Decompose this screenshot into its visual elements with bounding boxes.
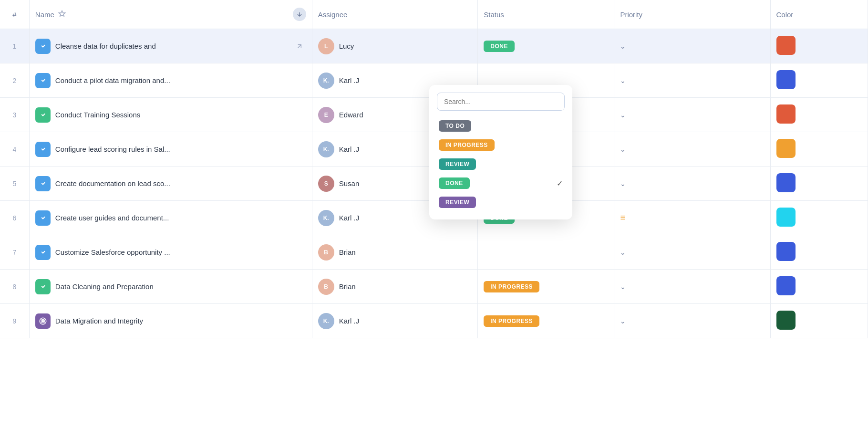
assignee-name: Karl .J [339, 214, 360, 222]
assignee-cell[interactable]: B Brian [312, 235, 478, 270]
priority-chevron-icon[interactable]: ⌄ [620, 317, 626, 325]
dropdown-status-item[interactable]: REVIEW [437, 193, 565, 212]
task-name-cell: Create user guides and document... [29, 201, 312, 235]
pin-icon [58, 10, 66, 19]
col-header-color: Color [770, 0, 868, 29]
svg-rect-5 [40, 112, 46, 118]
priority-cell[interactable]: ⌄ [614, 29, 770, 63]
priority-chevron-icon[interactable]: ⌄ [620, 180, 626, 188]
priority-cell[interactable]: ⌄ [614, 98, 770, 132]
color-swatch[interactable] [776, 311, 796, 330]
task-icon [35, 73, 51, 88]
color-cell[interactable] [770, 29, 868, 63]
avatar: B [318, 279, 334, 295]
table-row[interactable]: 9 Data Migration and Integrity K. Karl .… [0, 304, 868, 338]
avatar: B [318, 244, 334, 261]
assignee-cell[interactable]: B Brian [312, 270, 478, 304]
status-dropdown: TO DO IN PROGRESS REVIEW DONE ✓ REVIEW [429, 85, 572, 219]
priority-cell[interactable]: ⌄ [614, 167, 770, 201]
dropdown-status-item[interactable]: IN PROGRESS [437, 136, 565, 155]
status-cell[interactable]: IN PROGRESS [478, 304, 614, 338]
color-cell[interactable] [770, 63, 868, 98]
task-name-cell: Data Cleaning and Preparation [29, 270, 312, 304]
color-cell[interactable] [770, 201, 868, 235]
task-name-text: Data Migration and Integrity [55, 317, 227, 325]
table-row[interactable]: 8 Data Cleaning and Preparation B Brian … [0, 270, 868, 304]
dropdown-status-badge: TO DO [439, 120, 471, 132]
dropdown-status-badge: REVIEW [439, 158, 476, 170]
svg-rect-3 [40, 77, 46, 84]
task-name-cell: Conduct Training Sessions [29, 98, 312, 132]
color-swatch[interactable] [776, 173, 796, 192]
color-cell[interactable] [770, 304, 868, 338]
status-cell[interactable] [478, 235, 614, 270]
task-name-cell: Customize Salesforce opportunity ... [29, 235, 312, 270]
priority-cell[interactable]: ⌄ [614, 235, 770, 270]
assignee-name: Karl .J [339, 317, 360, 325]
svg-rect-11 [40, 215, 46, 221]
status-cell[interactable]: IN PROGRESS [478, 270, 614, 304]
dropdown-status-item[interactable]: REVIEW [437, 155, 565, 174]
priority-cell[interactable]: ⌄ [614, 132, 770, 167]
color-swatch[interactable] [776, 36, 796, 55]
assignee-name: Karl .J [339, 145, 360, 153]
svg-rect-4 [40, 112, 46, 118]
svg-rect-0 [40, 43, 46, 50]
table-row[interactable]: 1 Cleanse data for duplicates and L Lucy… [0, 29, 868, 63]
row-number: 7 [0, 235, 29, 270]
dropdown-search-input[interactable] [437, 93, 565, 111]
avatar: K. [318, 313, 334, 329]
dropdown-status-badge: IN PROGRESS [439, 139, 495, 151]
priority-cell[interactable]: ≡ [614, 201, 770, 235]
task-icon [35, 210, 51, 226]
task-name-text: Data Cleaning and Preparation [55, 282, 227, 291]
avatar: E [318, 107, 334, 123]
dropdown-status-item[interactable]: TO DO [437, 116, 565, 136]
color-swatch[interactable] [776, 208, 796, 227]
color-cell[interactable] [770, 167, 868, 201]
priority-cell[interactable]: ⌄ [614, 270, 770, 304]
row-number: 8 [0, 270, 29, 304]
priority-chevron-icon[interactable]: ⌄ [620, 146, 626, 153]
priority-chevron-icon[interactable]: ⌄ [620, 249, 626, 256]
priority-chevron-icon[interactable]: ⌄ [620, 77, 626, 84]
table-row[interactable]: 7 Customize Salesforce opportunity ... B… [0, 235, 868, 270]
priority-cell[interactable]: ⌄ [614, 304, 770, 338]
task-name-cell: Cleanse data for duplicates and [29, 29, 312, 63]
status-cell[interactable]: DONE [478, 29, 614, 63]
assignee-cell[interactable]: L Lucy [312, 29, 478, 63]
color-swatch[interactable] [776, 276, 796, 295]
priority-cell[interactable]: ⌄ [614, 63, 770, 98]
priority-chevron-icon[interactable]: ⌄ [620, 283, 626, 291]
task-name-text: Configure lead scoring rules in Sal... [55, 145, 227, 153]
color-swatch[interactable] [776, 139, 796, 158]
priority-chevron-icon[interactable]: ⌄ [620, 42, 626, 50]
assignee-name: Lucy [339, 42, 354, 50]
color-swatch[interactable] [776, 70, 796, 89]
color-cell[interactable] [770, 132, 868, 167]
table-header-row: # Name Assignee [0, 0, 868, 29]
task-name-text: Conduct Training Sessions [55, 111, 227, 119]
color-cell[interactable] [770, 235, 868, 270]
status-badge[interactable]: IN PROGRESS [484, 281, 539, 292]
avatar: K. [318, 210, 334, 226]
status-badge[interactable]: IN PROGRESS [484, 315, 539, 327]
sort-button[interactable] [293, 8, 306, 21]
col-header-priority: Priority [614, 0, 770, 29]
task-icon [35, 245, 51, 260]
svg-rect-13 [40, 249, 46, 256]
color-swatch[interactable] [776, 242, 796, 261]
color-cell[interactable] [770, 270, 868, 304]
task-name-cell: Create documentation on lead sco... [29, 167, 312, 201]
color-cell[interactable] [770, 98, 868, 132]
assignee-cell[interactable]: K. Karl .J [312, 304, 478, 338]
expand-icon[interactable] [293, 40, 306, 53]
color-swatch[interactable] [776, 104, 796, 124]
assignee-name: Edward [339, 111, 363, 119]
dropdown-status-item[interactable]: DONE ✓ [437, 174, 565, 193]
task-icon [35, 176, 51, 191]
task-icon [35, 107, 51, 123]
status-badge[interactable]: DONE [484, 41, 515, 52]
priority-chevron-icon[interactable]: ⌄ [620, 111, 626, 119]
row-number: 4 [0, 132, 29, 167]
